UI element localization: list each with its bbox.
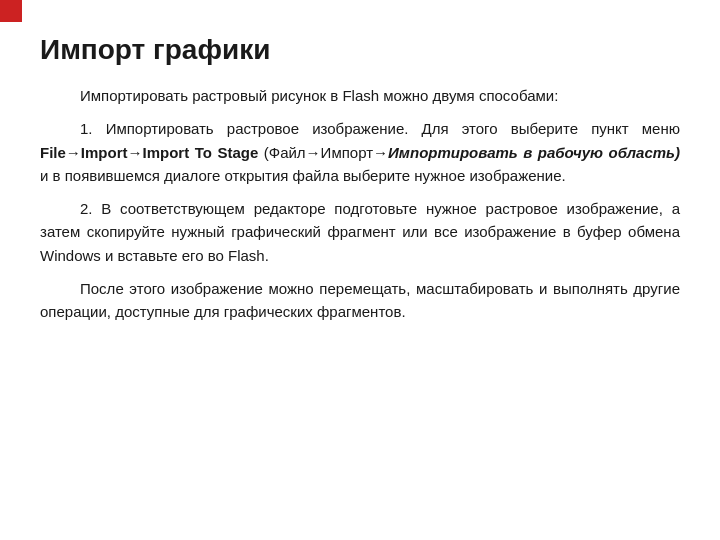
page-container: Импорт графики Импортировать растровый р… xyxy=(0,0,720,540)
content-area: Импортировать растровый рисунок в Flash … xyxy=(40,84,680,323)
point1-start-text: 1. Импортировать растровое изображение. … xyxy=(80,120,680,137)
point1-end: и в появившемся диалоге открытия файла в… xyxy=(40,167,566,184)
page-title: Импорт графики xyxy=(40,34,680,66)
point2-paragraph: 2. В соответствующем редакторе подготовь… xyxy=(40,197,680,267)
point1-menu-text: File→Import→Import xyxy=(40,144,189,161)
intro-paragraph: Импортировать растровый рисунок в Flash … xyxy=(40,84,680,107)
point1-paragraph: 1. Импортировать растровое изображение. … xyxy=(40,117,680,187)
point1-ru-start: (Файл→Импорт→ xyxy=(264,144,388,161)
outro-text: После этого изображение можно перемещать… xyxy=(40,280,680,320)
outro-paragraph: После этого изображение можно перемещать… xyxy=(40,277,680,324)
red-square-decoration xyxy=(0,0,22,22)
intro-text: Импортировать растровый рисунок в Flash … xyxy=(80,87,558,104)
point1-to-text: To xyxy=(195,144,212,161)
point2-text: 2. В соответствующем редакторе подготовь… xyxy=(40,200,680,264)
point1-stage-text: Stage xyxy=(217,144,258,161)
point1-ru-bold: Импортировать в рабочую область) xyxy=(388,144,680,161)
